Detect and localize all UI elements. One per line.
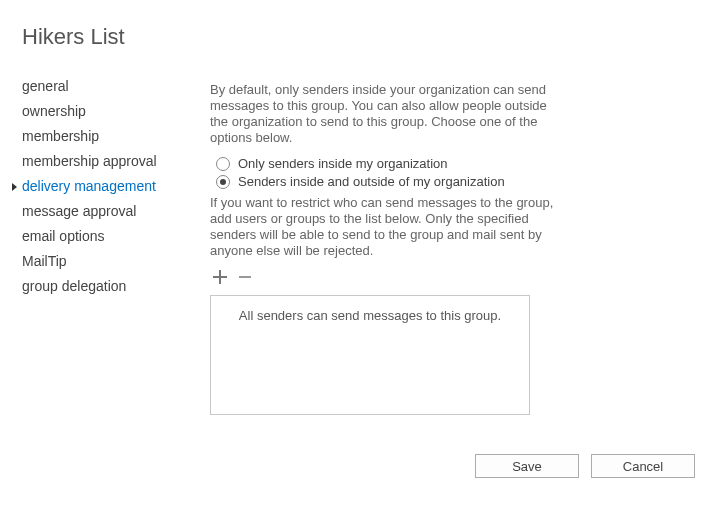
radio-label: Only senders inside my organization (238, 156, 448, 171)
sidebar-item-membership-approval[interactable]: membership approval (22, 149, 200, 174)
remove-sender-button[interactable] (238, 270, 252, 284)
sidebar-item-ownership[interactable]: ownership (22, 99, 200, 124)
page-title: Hikers List (22, 24, 707, 50)
radio-icon (216, 157, 230, 171)
radio-label: Senders inside and outside of my organiz… (238, 174, 505, 189)
allowed-senders-listbox[interactable]: All senders can send messages to this gr… (210, 295, 530, 415)
sidebar-item-message-approval[interactable]: message approval (22, 199, 200, 224)
radio-icon (216, 175, 230, 189)
plus-icon (212, 269, 228, 285)
cancel-button[interactable]: Cancel (591, 454, 695, 478)
delivery-intro-text: By default, only senders inside your org… (210, 82, 560, 146)
sidebar-item-delivery-management[interactable]: delivery management (22, 174, 200, 199)
restrict-text: If you want to restrict who can send mes… (210, 195, 560, 259)
sidebar-item-email-options[interactable]: email options (22, 224, 200, 249)
save-button[interactable]: Save (475, 454, 579, 478)
minus-icon (238, 270, 252, 284)
radio-option-inside[interactable]: Only senders inside my organization (216, 156, 560, 171)
svg-rect-0 (239, 276, 251, 278)
sidebar-item-group-delegation[interactable]: group delegation (22, 274, 200, 299)
listbox-placeholder: All senders can send messages to this gr… (239, 308, 501, 323)
radio-option-both[interactable]: Senders inside and outside of my organiz… (216, 174, 560, 189)
sidebar-item-general[interactable]: general (22, 74, 200, 99)
sidebar-item-mailtip[interactable]: MailTip (22, 249, 200, 274)
add-sender-button[interactable] (212, 269, 228, 285)
sidebar: general ownership membership membership … (22, 74, 200, 299)
sidebar-item-membership[interactable]: membership (22, 124, 200, 149)
